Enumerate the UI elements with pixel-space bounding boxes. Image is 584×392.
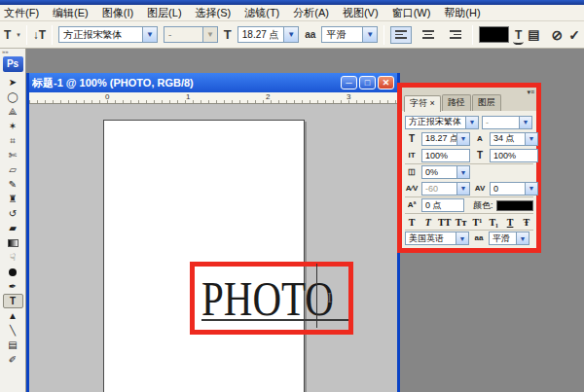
- kerning-icon: A∕V: [405, 185, 419, 193]
- vertical-scale-input[interactable]: 100%: [421, 149, 470, 162]
- menu-help[interactable]: 帮助(H): [444, 6, 480, 20]
- faux-bold-button[interactable]: T: [405, 217, 419, 228]
- lasso-tool[interactable]: ⟁: [3, 104, 23, 119]
- menu-view[interactable]: 视图(V): [343, 6, 379, 20]
- chevron-down-icon[interactable]: ▼: [525, 133, 537, 145]
- toggle-palettes-icon[interactable]: ▤: [528, 27, 539, 42]
- panel-menu-icon[interactable]: ▾≡: [527, 89, 534, 95]
- tab-layers[interactable]: 图层: [472, 94, 501, 111]
- dodge-tool[interactable]: [3, 265, 23, 279]
- move-tool[interactable]: ➤: [3, 75, 23, 89]
- baseline-color-row: Aª 0 点 颜色:: [405, 196, 533, 213]
- align-left-button[interactable]: [390, 26, 412, 44]
- warp-text-icon[interactable]: T: [515, 28, 522, 42]
- clone-stamp-tool[interactable]: ♜: [3, 192, 23, 206]
- photoshop-app: 文件(F) 编辑(E) 图像(I) 图层(L) 选择(S) 滤镜(T) 分析(A…: [0, 0, 584, 392]
- chevron-down-icon[interactable]: ▼: [516, 232, 529, 244]
- chevron-down-icon[interactable]: ▼: [525, 183, 537, 195]
- font-family-select[interactable]: 方正报宋繁体 ▼: [58, 26, 158, 43]
- document-title: 标题-1 @ 100% (PHOTO, RGB/8): [32, 76, 339, 90]
- chevron-down-icon[interactable]: ▼: [456, 232, 468, 244]
- slice-tool[interactable]: ✄: [3, 148, 23, 162]
- ruler-number: 1: [186, 92, 190, 101]
- leading-icon: A: [473, 135, 487, 143]
- panel-font-style-select[interactable]: - ▼: [482, 116, 532, 129]
- menu-image[interactable]: 图像(I): [102, 6, 133, 20]
- notes-tool[interactable]: ▤: [3, 338, 23, 352]
- horizontal-scale-input[interactable]: 100%: [490, 149, 538, 162]
- chevron-down-icon[interactable]: ▼: [362, 27, 377, 42]
- canvas-text[interactable]: PHOTO: [201, 274, 334, 323]
- crop-tool[interactable]: ⌗: [3, 133, 23, 148]
- small-caps-button[interactable]: Tᴛ: [455, 217, 468, 228]
- superscript-button[interactable]: T¹: [470, 217, 484, 228]
- magic-wand-tool[interactable]: ✶: [3, 119, 23, 133]
- type-tool-preset-icon[interactable]: T: [4, 28, 11, 42]
- subscript-button[interactable]: T₁: [487, 217, 500, 228]
- gradient-tool[interactable]: [3, 235, 23, 250]
- healing-brush-tool[interactable]: ▱: [3, 162, 23, 177]
- menu-filter[interactable]: 滤镜(T): [244, 6, 279, 20]
- font-size-select[interactable]: 18.27 点 ▼: [421, 132, 470, 146]
- eyedropper-tool[interactable]: ✐: [3, 352, 23, 367]
- divider: [52, 25, 53, 45]
- chevron-down-icon[interactable]: ▼: [456, 133, 469, 145]
- tool-preset-arrow-icon[interactable]: ▾: [17, 31, 20, 39]
- commit-edits-button[interactable]: ✓: [568, 27, 580, 43]
- smudge-tool[interactable]: ☟: [3, 250, 23, 265]
- palette-grip[interactable]: »»: [0, 49, 25, 55]
- all-caps-button[interactable]: TT: [438, 217, 452, 228]
- menu-bar: 文件(F) 编辑(E) 图像(I) 图层(L) 选择(S) 滤镜(T) 分析(A…: [0, 5, 584, 21]
- panel-body: 方正报宋繁体 ▼ - ▼ T 18.27 点 ▼ A: [402, 111, 536, 248]
- document-titlebar[interactable]: 标题-1 @ 100% (PHOTO, RGB/8) ─ □ ✕: [29, 73, 397, 92]
- marquee-tool[interactable]: ◯: [3, 89, 23, 104]
- tracking-select[interactable]: 0 ▼: [490, 182, 538, 196]
- brush-tool[interactable]: ✎: [3, 177, 23, 192]
- align-right-button[interactable]: [445, 26, 466, 44]
- menu-file[interactable]: 文件(F): [4, 6, 39, 20]
- tab-paths[interactable]: 路径: [442, 94, 471, 111]
- eraser-tool[interactable]: ▰: [3, 221, 23, 235]
- line-tool[interactable]: ╲: [3, 323, 23, 338]
- font-size-select[interactable]: 18.27 点 ▼: [237, 26, 299, 43]
- strikethrough-button[interactable]: Ŧ: [520, 217, 533, 228]
- chevron-down-icon[interactable]: ▼: [465, 117, 478, 128]
- text-color-swatch[interactable]: [479, 26, 509, 43]
- menu-edit[interactable]: 编辑(E): [53, 6, 89, 20]
- history-brush-tool[interactable]: ↺: [3, 206, 23, 221]
- text-orientation-icon[interactable]: ↓T: [33, 28, 46, 42]
- underline-button[interactable]: T: [503, 217, 517, 228]
- faux-italic-button[interactable]: T: [421, 217, 435, 228]
- leading-select[interactable]: 34 点 ▼: [490, 132, 538, 146]
- pen-tool[interactable]: ✒: [3, 279, 23, 294]
- scale-row: IT 100% T 100%: [405, 147, 533, 163]
- panel-font-family-select[interactable]: 方正报宋繁体 ▼: [405, 116, 479, 129]
- chevron-down-icon[interactable]: ▼: [142, 27, 157, 42]
- menu-window[interactable]: 窗口(W): [392, 6, 431, 20]
- proportional-spacing-select[interactable]: 0% ▼: [421, 165, 470, 179]
- language-select[interactable]: 美国英语 ▼: [405, 232, 469, 245]
- chevron-down-icon: ▼: [202, 27, 217, 42]
- panel-color-swatch[interactable]: [496, 200, 533, 211]
- baseline-shift-input[interactable]: 0 点: [421, 198, 464, 212]
- align-center-button[interactable]: [418, 26, 439, 44]
- cancel-edits-button[interactable]: ⊘: [552, 27, 564, 43]
- maximize-button[interactable]: □: [359, 76, 376, 89]
- chevron-down-icon[interactable]: ▼: [283, 27, 298, 42]
- font-style-select[interactable]: - ▼: [164, 26, 218, 43]
- menu-analysis[interactable]: 分析(A): [293, 6, 329, 20]
- menu-select[interactable]: 选择(S): [196, 6, 232, 20]
- kerning-select[interactable]: -60 ▼: [421, 182, 470, 196]
- panel-anti-alias-select[interactable]: 平滑 ▼: [489, 232, 529, 245]
- chevron-down-icon[interactable]: ▼: [456, 183, 469, 195]
- chevron-down-icon[interactable]: ▼: [456, 166, 469, 178]
- anti-alias-select[interactable]: 平滑 ▼: [321, 26, 378, 43]
- canvas[interactable]: PHOTO I: [103, 120, 305, 392]
- close-button[interactable]: ✕: [378, 76, 394, 89]
- path-selection-tool[interactable]: ▲: [3, 308, 23, 323]
- tab-character[interactable]: 字符 ×: [404, 95, 441, 112]
- type-tool[interactable]: T: [3, 294, 23, 308]
- minimize-button[interactable]: ─: [341, 76, 357, 89]
- horizontal-ruler[interactable]: 0 1 2 3: [29, 92, 397, 104]
- menu-layer[interactable]: 图层(L): [147, 6, 181, 20]
